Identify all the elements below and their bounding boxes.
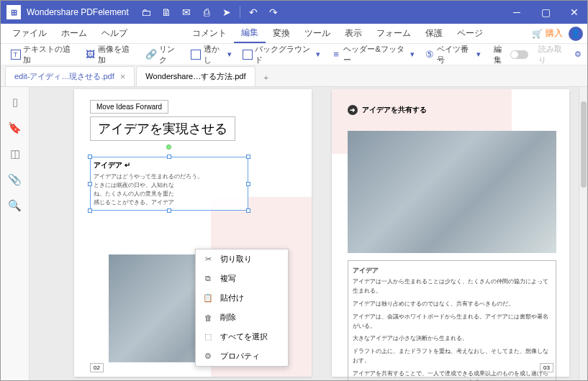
resize-handle[interactable] — [88, 208, 92, 213]
save-icon[interactable]: 🗎 — [158, 4, 175, 21]
app-logo: ⊞ — [6, 5, 21, 19]
tabbar: edit-アイディ…現させる.pdf× Wondershare…する方法.pdf… — [1, 65, 587, 87]
menu-home[interactable]: ホーム — [54, 24, 94, 42]
edit-mode-toggle[interactable]: 編集 — [490, 42, 532, 67]
ctx-select-all[interactable]: ⬚すべてを選択 — [196, 327, 288, 346]
toolbar: Tテキストの追加 🖼画像を追加 🔗リンク 透かし▾ バックグラウンド▾ ≡ヘッダ… — [1, 44, 587, 65]
open-icon[interactable]: 🗀 — [137, 4, 155, 21]
header-footer-button[interactable]: ≡ヘッダー&フッター▾ — [327, 42, 417, 67]
bates-icon: ⑤ — [425, 49, 435, 60]
textbox-title: アイデア ↵ — [94, 160, 245, 170]
tab-close-icon[interactable]: × — [120, 71, 126, 82]
menu-comment[interactable]: コメント — [185, 24, 234, 42]
add-image-button[interactable]: 🖼画像を追加 — [81, 42, 139, 67]
link-button[interactable]: 🔗リンク — [142, 42, 184, 67]
menu-edit[interactable]: 編集 — [234, 24, 266, 43]
resize-handle[interactable] — [88, 182, 92, 186]
share-heading[interactable]: ➜ アイデアを共有する — [348, 105, 427, 115]
chevron-down-icon: ▾ — [410, 50, 415, 59]
paste-icon: 📋 — [203, 293, 213, 303]
header-footer-icon: ≡ — [330, 49, 341, 60]
select-all-icon: ⬚ — [203, 332, 213, 341]
page-right: ➜ アイデアを共有する アイデア アイデアは一人から生まれることは少なく、たくさ… — [332, 89, 569, 377]
heading-small[interactable]: Move Ideas Forward — [90, 100, 168, 114]
ctx-copy[interactable]: ⧉複写 — [196, 269, 288, 288]
resize-handle[interactable] — [246, 155, 250, 159]
ctx-delete[interactable]: 🗑削除 — [196, 308, 288, 327]
search-icon[interactable]: 🔍 — [9, 199, 22, 212]
background-icon — [242, 49, 253, 60]
maximize-icon[interactable]: ▢ — [533, 1, 558, 24]
tab-0[interactable]: edit-アイディ…現させる.pdf× — [5, 66, 135, 86]
image-placeholder[interactable] — [348, 131, 556, 253]
link-icon: 🔗 — [145, 49, 157, 60]
delete-icon: 🗑 — [203, 313, 213, 322]
bates-button[interactable]: ⑤ベイツ番号▾ — [421, 42, 484, 67]
undo-icon[interactable]: ↶ — [245, 4, 262, 21]
document-canvas[interactable]: Move Ideas Forward アイデアを実現させる アイデア ↵ アイデ… — [30, 87, 579, 381]
textbox-body: アイデアはどうやって生まれるのだろう。 ときには眠夜の日や、人知れな ね。たくさ… — [94, 173, 245, 207]
ctx-property[interactable]: ⚙プロパティ — [196, 346, 288, 366]
text-icon: T — [10, 49, 21, 60]
arrow-circle-icon: ➜ — [348, 105, 358, 115]
resize-handle[interactable] — [167, 208, 171, 213]
resize-handle[interactable] — [246, 208, 250, 213]
vertical-scrollbar[interactable] — [579, 87, 587, 381]
resize-handle[interactable] — [246, 182, 250, 186]
tab-1[interactable]: Wondershare…する方法.pdf — [136, 66, 255, 86]
menu-form[interactable]: フォーム — [369, 24, 418, 42]
mail-icon[interactable]: ✉ — [178, 4, 195, 21]
app-title: Wondershare PDFelement — [27, 7, 129, 17]
share-icon[interactable]: ➤ — [218, 4, 235, 21]
text-block[interactable]: アイデア アイデアは一人から生まれることは少なく、たくさんの仲間の協力によって生… — [348, 260, 556, 381]
menu-help[interactable]: ヘルプ — [94, 24, 135, 42]
cut-icon: ✂ — [203, 254, 213, 264]
titlebar: ⊞ Wondershare PDFelement 🗀 🗎 ✉ ⎙ ➤ ↶ ↷ ─… — [1, 1, 587, 24]
thumbnails-icon[interactable]: ▯ — [9, 96, 22, 109]
paragraph: アイデアは、会議やホワイトボードから生まれる。アイデアには書類や署名がいる。 — [353, 313, 551, 331]
heading-big[interactable]: アイデアを実現させる — [90, 116, 235, 141]
minimize-icon[interactable]: ─ — [504, 1, 530, 24]
menu-protect[interactable]: 保護 — [418, 24, 450, 42]
layers-icon[interactable]: ◫ — [9, 147, 22, 160]
watermark-button[interactable]: 透かし▾ — [187, 42, 235, 67]
menu-page[interactable]: ページ — [450, 24, 490, 42]
user-avatar[interactable]: 👤 — [569, 27, 583, 41]
chevron-down-icon: ▾ — [476, 50, 481, 59]
scrollbar-thumb[interactable] — [581, 101, 587, 188]
resize-handle[interactable] — [167, 155, 171, 159]
paragraph: アイデアは一人から生まれることは少なく、たくさんの仲間の協力によって生まれる。 — [353, 277, 551, 296]
sidebar: ▯ 🔖 ◫ 📎 🔍 — [1, 87, 30, 381]
attachment-icon[interactable]: 📎 — [9, 173, 22, 186]
close-icon[interactable]: ✕ — [561, 1, 587, 24]
content-area: ▯ 🔖 ◫ 📎 🔍 Move Ideas Forward アイデアを実現させる … — [1, 87, 587, 381]
chevron-down-icon: ▾ — [227, 50, 232, 59]
print-icon[interactable]: ⎙ — [198, 4, 215, 21]
image-icon: 🖼 — [85, 49, 96, 60]
menu-tool[interactable]: ツール — [297, 24, 338, 42]
context-menu: ✂切り取り ⧉複写 📋貼付け 🗑削除 ⬚すべてを選択 ⚙プロパティ — [195, 249, 289, 367]
rotate-handle[interactable] — [166, 144, 171, 150]
background-button[interactable]: バックグラウンド▾ — [238, 42, 324, 67]
menu-display[interactable]: 表示 — [338, 24, 369, 42]
menu-file[interactable]: ファイル — [5, 24, 54, 42]
add-text-button[interactable]: Tテキストの追加 — [6, 42, 78, 67]
settings-icon[interactable]: ⚙ — [574, 50, 582, 59]
redo-icon[interactable]: ↷ — [265, 4, 282, 21]
ctx-cut[interactable]: ✂切り取り — [196, 249, 288, 269]
tab-add-button[interactable]: + — [257, 69, 276, 86]
ctx-paste[interactable]: 📋貼付け — [196, 288, 288, 308]
resize-handle[interactable] — [88, 155, 92, 159]
read-mode-label: 読み取り — [535, 42, 571, 67]
paragraph: アイデアは独り占めにするのではなく、共有するべきものだ。 — [353, 300, 551, 309]
page-number: 03 — [540, 363, 553, 372]
paragraph: 大きなアイデアは小さな決断から生まれる。 — [353, 334, 551, 344]
menu-convert[interactable]: 変換 — [266, 24, 297, 42]
copy-icon: ⧉ — [203, 274, 213, 283]
cart-icon: 🛒 — [532, 29, 543, 39]
chevron-down-icon: ▾ — [316, 50, 320, 59]
paragraph: ドラフトの上に、またドラフトを重ね、考えなおし、そしてまた、想像しなおす。 — [353, 347, 551, 366]
selected-textbox[interactable]: アイデア ↵ アイデアはどうやって生まれるのだろう。 ときには眠夜の日や、人知れ… — [90, 157, 248, 211]
bookmark-icon[interactable]: 🔖 — [9, 121, 22, 134]
buy-button[interactable]: 🛒購入 — [532, 27, 563, 40]
